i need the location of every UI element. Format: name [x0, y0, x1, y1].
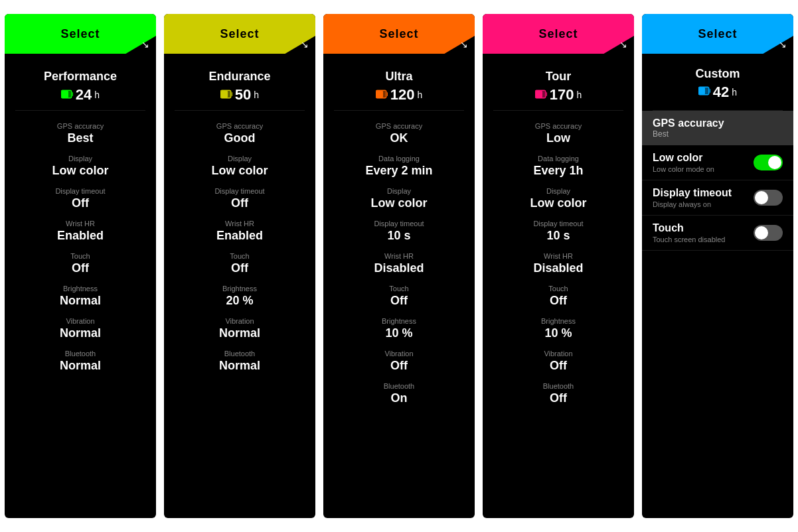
stat-value: Low color: [175, 164, 305, 178]
card-content: Performance 24hGPS accuracyBestDisplayLo…: [5, 54, 156, 388]
settings-item-left: Display timeoutDisplay always on: [653, 187, 732, 208]
stat-row: Wrist HRDisabled: [493, 247, 623, 280]
stat-label: GPS accuracy: [493, 122, 623, 130]
toggle-switch[interactable]: [754, 155, 783, 170]
card-performance[interactable]: Select↘Performance 24hGPS accuracyBestDi…: [5, 14, 156, 518]
toggle-thumb: [768, 156, 781, 169]
header-label: Select: [220, 27, 259, 41]
profile-section: Ultra 120h: [334, 60, 464, 111]
settings-item: Display timeoutDisplay always on: [642, 180, 793, 216]
stat-row: Brightness10 %: [493, 312, 623, 345]
stat-label: Bluetooth: [334, 382, 464, 390]
stat-label: Vibration: [493, 350, 623, 358]
stat-label: Bluetooth: [493, 382, 623, 390]
stat-row: VibrationOff: [334, 345, 464, 377]
stat-value: Every 1h: [493, 164, 623, 178]
stat-row: BluetoothNormal: [15, 345, 145, 377]
stat-value: Disabled: [334, 261, 464, 275]
battery-icon: [220, 90, 232, 99]
profile-name: Custom: [653, 67, 783, 81]
card-custom[interactable]: Select↘Custom 42hGPS accuracyBestLow col…: [642, 14, 793, 518]
svg-rect-5: [232, 92, 232, 96]
card-content: Tour 170hGPS accuracyLowData loggingEver…: [483, 54, 634, 421]
svg-rect-19: [699, 88, 705, 94]
stat-label: Data logging: [334, 155, 464, 163]
card-header: Select↘: [164, 14, 315, 54]
stat-value: Normal: [175, 326, 305, 340]
stat-value: Low color: [15, 164, 145, 178]
stat-label: Wrist HR: [15, 220, 145, 228]
stat-value: 10 %: [334, 326, 464, 340]
stat-value: Off: [493, 359, 623, 373]
stat-value: 10 s: [334, 229, 464, 243]
battery-unit: h: [417, 90, 422, 100]
toggle-switch[interactable]: [754, 190, 783, 206]
custom-profile-section: Custom 42h: [653, 54, 783, 111]
stat-row: DisplayLow color: [493, 182, 623, 215]
stat-value: Off: [334, 294, 464, 308]
stat-value: Low: [493, 131, 623, 145]
svg-rect-17: [710, 89, 710, 93]
stat-value: Off: [175, 196, 305, 210]
battery-row: 120h: [334, 86, 464, 103]
stat-label: Display timeout: [15, 187, 145, 195]
stat-value: Normal: [15, 359, 145, 373]
stat-row: DisplayLow color: [175, 150, 305, 182]
stat-label: Brightness: [493, 317, 623, 325]
stat-row: BluetoothNormal: [175, 345, 305, 377]
arrow-icon: ↘: [460, 39, 468, 50]
stat-label: Touch: [493, 285, 623, 293]
svg-rect-7: [221, 91, 228, 98]
gps-label: GPS accuracy: [653, 117, 783, 129]
profile-name: Performance: [15, 70, 145, 84]
card-ultra[interactable]: Select↘Ultra 120hGPS accuracyOKData logg…: [323, 14, 475, 518]
profile-name: Ultra: [334, 70, 464, 84]
battery-icon: [535, 90, 547, 99]
header-label: Select: [538, 27, 578, 41]
toggle-switch[interactable]: [754, 225, 783, 241]
stat-row: GPS accuracyGood: [175, 117, 305, 150]
stat-label: Brightness: [334, 317, 464, 325]
stat-value: Off: [493, 294, 623, 308]
arrow-icon: ↘: [779, 39, 787, 50]
stat-value: Enabled: [15, 229, 145, 243]
stat-label: Vibration: [15, 317, 145, 325]
card-content: Ultra 120hGPS accuracyOKData loggingEver…: [323, 54, 475, 421]
stat-row: Display timeoutOff: [175, 182, 305, 215]
profile-section: Performance 24h: [15, 60, 145, 111]
card-header: Select↘: [323, 14, 475, 54]
stat-row: VibrationNormal: [175, 312, 305, 345]
stat-label: Bluetooth: [15, 350, 145, 358]
profile-name: Endurance: [175, 70, 305, 84]
card-header: Select↘: [5, 14, 156, 54]
header-label: Select: [60, 27, 100, 41]
stat-row: Display timeout10 s: [493, 215, 623, 247]
stat-value: Good: [175, 131, 305, 145]
card-endurance[interactable]: Select↘Endurance 50hGPS accuracyGoodDisp…: [164, 14, 315, 518]
card-tour[interactable]: Select↘Tour 170hGPS accuracyLowData logg…: [483, 14, 634, 518]
stat-label: Brightness: [175, 285, 305, 293]
battery-row: 50h: [175, 86, 305, 103]
settings-item-label: Touch: [653, 222, 725, 234]
profile-section: Tour 170h: [493, 60, 623, 111]
settings-item-row: TouchTouch screen disabled: [653, 222, 783, 243]
battery-icon: [698, 86, 710, 96]
battery-hours: 170: [550, 86, 574, 103]
battery-hours: 24: [76, 86, 92, 103]
arrow-icon: ↘: [619, 39, 627, 50]
stat-row: DisplayLow color: [334, 182, 464, 215]
stat-label: Data logging: [493, 155, 623, 163]
stat-row: TouchOff: [15, 247, 145, 280]
svg-rect-13: [546, 92, 547, 96]
stat-row: Data loggingEvery 2 min: [334, 150, 464, 182]
settings-item-row: Display timeoutDisplay always on: [653, 187, 783, 208]
stat-label: GPS accuracy: [15, 122, 145, 130]
stat-label: Touch: [334, 285, 464, 293]
card-header: Select↘: [483, 14, 634, 54]
stat-label: Display timeout: [493, 220, 623, 228]
stat-label: Touch: [175, 252, 305, 260]
battery-hours: 120: [390, 86, 415, 103]
stat-value: On: [334, 391, 464, 405]
battery-unit: h: [576, 90, 582, 100]
toggle-thumb: [755, 191, 768, 204]
